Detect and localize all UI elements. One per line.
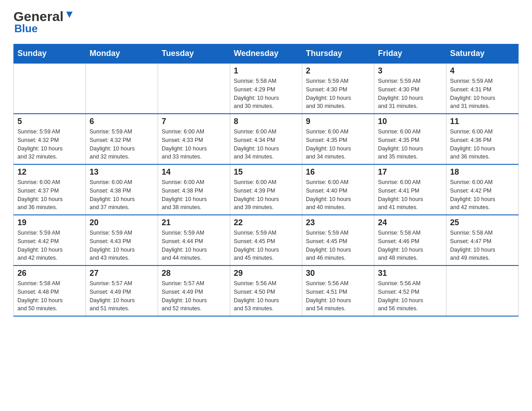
calendar-cell: 19Sunrise: 5:59 AM Sunset: 4:42 PM Dayli… bbox=[14, 215, 86, 265]
calendar-cell: 31Sunrise: 5:56 AM Sunset: 4:52 PM Dayli… bbox=[374, 265, 446, 316]
day-info: Sunrise: 5:59 AM Sunset: 4:32 PM Dayligh… bbox=[90, 128, 154, 161]
day-info: Sunrise: 6:00 AM Sunset: 4:41 PM Dayligh… bbox=[378, 178, 442, 212]
day-info: Sunrise: 6:00 AM Sunset: 4:37 PM Dayligh… bbox=[17, 178, 82, 212]
calendar-cell: 10Sunrise: 6:00 AM Sunset: 4:35 PM Dayli… bbox=[374, 114, 446, 164]
day-number: 25 bbox=[450, 218, 515, 227]
calendar-week-5: 26Sunrise: 5:58 AM Sunset: 4:48 PM Dayli… bbox=[14, 265, 519, 316]
calendar-cell: 25Sunrise: 5:58 AM Sunset: 4:47 PM Dayli… bbox=[446, 215, 519, 265]
day-number: 22 bbox=[234, 218, 298, 227]
day-info: Sunrise: 6:00 AM Sunset: 4:38 PM Dayligh… bbox=[162, 178, 226, 212]
day-number: 11 bbox=[450, 117, 515, 126]
calendar-cell: 1Sunrise: 5:58 AM Sunset: 4:29 PM Daylig… bbox=[230, 63, 302, 114]
weekday-header-friday: Friday bbox=[374, 44, 446, 64]
day-info: Sunrise: 5:59 AM Sunset: 4:31 PM Dayligh… bbox=[450, 77, 515, 111]
page-header: General Blue bbox=[13, 9, 519, 35]
calendar-cell: 9Sunrise: 6:00 AM Sunset: 4:35 PM Daylig… bbox=[302, 114, 374, 164]
day-info: Sunrise: 6:00 AM Sunset: 4:35 PM Dayligh… bbox=[306, 128, 370, 161]
day-info: Sunrise: 5:58 AM Sunset: 4:48 PM Dayligh… bbox=[17, 279, 82, 313]
day-number: 2 bbox=[306, 66, 370, 76]
logo-blue-text: Blue bbox=[13, 22, 38, 35]
calendar-cell: 30Sunrise: 5:56 AM Sunset: 4:51 PM Dayli… bbox=[302, 265, 374, 316]
calendar-cell bbox=[14, 63, 86, 114]
weekday-header-saturday: Saturday bbox=[446, 44, 519, 64]
day-info: Sunrise: 5:56 AM Sunset: 4:51 PM Dayligh… bbox=[306, 279, 370, 313]
day-number: 6 bbox=[90, 117, 154, 126]
calendar-cell bbox=[158, 63, 230, 114]
day-info: Sunrise: 6:00 AM Sunset: 4:34 PM Dayligh… bbox=[234, 128, 298, 161]
day-number: 23 bbox=[306, 218, 370, 227]
day-number: 27 bbox=[90, 269, 154, 278]
calendar-cell: 12Sunrise: 6:00 AM Sunset: 4:37 PM Dayli… bbox=[14, 164, 86, 215]
day-info: Sunrise: 5:59 AM Sunset: 4:42 PM Dayligh… bbox=[17, 229, 82, 262]
weekday-header-wednesday: Wednesday bbox=[230, 44, 302, 64]
calendar-cell: 20Sunrise: 5:59 AM Sunset: 4:43 PM Dayli… bbox=[86, 215, 158, 265]
calendar-cell: 4Sunrise: 5:59 AM Sunset: 4:31 PM Daylig… bbox=[446, 63, 519, 114]
calendar-week-4: 19Sunrise: 5:59 AM Sunset: 4:42 PM Dayli… bbox=[14, 215, 519, 265]
logo-general-text: General bbox=[13, 9, 64, 24]
day-number: 13 bbox=[90, 167, 154, 177]
calendar-cell: 7Sunrise: 6:00 AM Sunset: 4:33 PM Daylig… bbox=[158, 114, 230, 164]
day-info: Sunrise: 6:00 AM Sunset: 4:38 PM Dayligh… bbox=[90, 178, 154, 212]
day-info: Sunrise: 5:56 AM Sunset: 4:52 PM Dayligh… bbox=[378, 279, 442, 313]
day-number: 4 bbox=[450, 66, 515, 76]
calendar-cell: 17Sunrise: 6:00 AM Sunset: 4:41 PM Dayli… bbox=[374, 164, 446, 215]
calendar-week-3: 12Sunrise: 6:00 AM Sunset: 4:37 PM Dayli… bbox=[14, 164, 519, 215]
day-info: Sunrise: 5:58 AM Sunset: 4:47 PM Dayligh… bbox=[450, 229, 515, 262]
weekday-header-row: SundayMondayTuesdayWednesdayThursdayFrid… bbox=[14, 44, 519, 64]
logo-triangle-icon bbox=[64, 10, 74, 20]
day-number: 16 bbox=[306, 167, 370, 177]
calendar-cell: 3Sunrise: 5:59 AM Sunset: 4:30 PM Daylig… bbox=[374, 63, 446, 114]
day-info: Sunrise: 5:59 AM Sunset: 4:45 PM Dayligh… bbox=[234, 229, 298, 262]
day-info: Sunrise: 5:56 AM Sunset: 4:50 PM Dayligh… bbox=[234, 279, 298, 313]
weekday-header-monday: Monday bbox=[86, 44, 158, 64]
calendar-cell: 16Sunrise: 6:00 AM Sunset: 4:40 PM Dayli… bbox=[302, 164, 374, 215]
calendar-cell: 14Sunrise: 6:00 AM Sunset: 4:38 PM Dayli… bbox=[158, 164, 230, 215]
day-number: 17 bbox=[378, 167, 442, 177]
calendar-cell: 27Sunrise: 5:57 AM Sunset: 4:49 PM Dayli… bbox=[86, 265, 158, 316]
calendar-cell: 26Sunrise: 5:58 AM Sunset: 4:48 PM Dayli… bbox=[14, 265, 86, 316]
day-number: 5 bbox=[17, 117, 82, 126]
day-number: 24 bbox=[378, 218, 442, 227]
calendar-cell: 2Sunrise: 5:59 AM Sunset: 4:30 PM Daylig… bbox=[302, 63, 374, 114]
calendar-cell: 15Sunrise: 6:00 AM Sunset: 4:39 PM Dayli… bbox=[230, 164, 302, 215]
calendar-cell: 13Sunrise: 6:00 AM Sunset: 4:38 PM Dayli… bbox=[86, 164, 158, 215]
day-info: Sunrise: 5:59 AM Sunset: 4:44 PM Dayligh… bbox=[162, 229, 226, 262]
weekday-header-sunday: Sunday bbox=[14, 44, 86, 64]
calendar-cell: 5Sunrise: 5:59 AM Sunset: 4:32 PM Daylig… bbox=[14, 114, 86, 164]
calendar-week-2: 5Sunrise: 5:59 AM Sunset: 4:32 PM Daylig… bbox=[14, 114, 519, 164]
logo: General Blue bbox=[13, 9, 74, 35]
day-info: Sunrise: 5:57 AM Sunset: 4:49 PM Dayligh… bbox=[162, 279, 226, 313]
day-info: Sunrise: 6:00 AM Sunset: 4:36 PM Dayligh… bbox=[450, 128, 515, 161]
calendar-cell: 18Sunrise: 6:00 AM Sunset: 4:42 PM Dayli… bbox=[446, 164, 519, 215]
day-info: Sunrise: 5:57 AM Sunset: 4:49 PM Dayligh… bbox=[90, 279, 154, 313]
day-number: 21 bbox=[162, 218, 226, 227]
day-info: Sunrise: 5:59 AM Sunset: 4:45 PM Dayligh… bbox=[306, 229, 370, 262]
day-number: 20 bbox=[90, 218, 154, 227]
day-number: 1 bbox=[234, 66, 298, 76]
day-number: 12 bbox=[17, 167, 82, 177]
day-number: 7 bbox=[162, 117, 226, 126]
calendar-cell: 23Sunrise: 5:59 AM Sunset: 4:45 PM Dayli… bbox=[302, 215, 374, 265]
calendar-cell: 29Sunrise: 5:56 AM Sunset: 4:50 PM Dayli… bbox=[230, 265, 302, 316]
day-info: Sunrise: 5:59 AM Sunset: 4:30 PM Dayligh… bbox=[378, 77, 442, 111]
day-info: Sunrise: 6:00 AM Sunset: 4:42 PM Dayligh… bbox=[450, 178, 515, 212]
day-number: 29 bbox=[234, 269, 298, 278]
calendar-cell: 21Sunrise: 5:59 AM Sunset: 4:44 PM Dayli… bbox=[158, 215, 230, 265]
day-info: Sunrise: 5:59 AM Sunset: 4:32 PM Dayligh… bbox=[17, 128, 82, 161]
day-info: Sunrise: 6:00 AM Sunset: 4:35 PM Dayligh… bbox=[378, 128, 442, 161]
day-info: Sunrise: 6:00 AM Sunset: 4:39 PM Dayligh… bbox=[234, 178, 298, 212]
day-number: 28 bbox=[162, 269, 226, 278]
calendar-week-1: 1Sunrise: 5:58 AM Sunset: 4:29 PM Daylig… bbox=[14, 63, 519, 114]
day-number: 15 bbox=[234, 167, 298, 177]
day-number: 8 bbox=[234, 117, 298, 126]
day-number: 26 bbox=[17, 269, 82, 278]
calendar-cell: 6Sunrise: 5:59 AM Sunset: 4:32 PM Daylig… bbox=[86, 114, 158, 164]
calendar-cell bbox=[86, 63, 158, 114]
day-info: Sunrise: 6:00 AM Sunset: 4:33 PM Dayligh… bbox=[162, 128, 226, 161]
calendar-cell: 8Sunrise: 6:00 AM Sunset: 4:34 PM Daylig… bbox=[230, 114, 302, 164]
day-number: 18 bbox=[450, 167, 515, 177]
day-number: 10 bbox=[378, 117, 442, 126]
day-number: 3 bbox=[378, 66, 442, 76]
weekday-header-tuesday: Tuesday bbox=[158, 44, 230, 64]
svg-marker-0 bbox=[66, 12, 73, 18]
